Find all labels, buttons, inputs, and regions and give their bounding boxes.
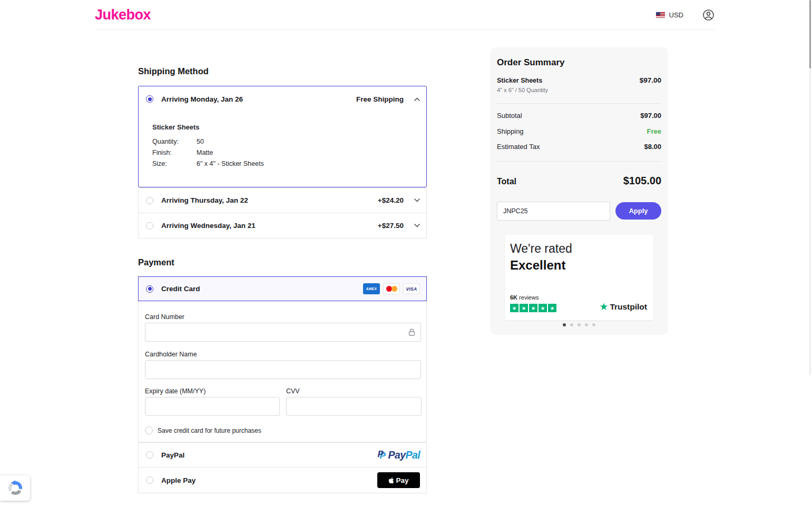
expiry-input[interactable]	[145, 397, 280, 416]
shipping-date-label: Arriving Monday, Jan 26	[161, 95, 243, 103]
mastercard-icon	[383, 283, 400, 294]
credit-card-form: Card Number Cardholder Name Expiry date …	[138, 301, 427, 442]
summary-item-price: $97.00	[640, 76, 661, 84]
recaptcha-badge[interactable]	[0, 475, 30, 501]
credit-card-label: Credit Card	[161, 285, 200, 293]
card-number-label: Card Number	[145, 313, 184, 321]
shipping-option-1-header[interactable]: Arriving Monday, Jan 26 Free Shipping	[139, 86, 426, 112]
summary-row-subtotal: Subtotal $97.00	[497, 112, 661, 120]
cvv-label: CVV	[286, 387, 300, 395]
apple-pay-radio[interactable]	[146, 476, 153, 484]
summary-item-row: Sticker Sheets $97.00	[497, 76, 661, 84]
shipping-date-label: Arriving Thursday, Jan 22	[161, 196, 248, 204]
paypal-icon: P P	[378, 449, 387, 461]
summary-row-label: Shipping	[497, 127, 524, 135]
detail-label: Quantity:	[152, 136, 197, 147]
shipping-price-label: +$24.20	[378, 196, 404, 204]
amex-icon: AMEX	[363, 283, 380, 294]
cvv-input[interactable]	[286, 397, 422, 416]
shipping-option-2-header[interactable]: Arriving Thursday, Jan 22 +$24.20	[139, 188, 426, 213]
carousel-dot[interactable]	[592, 323, 595, 326]
carousel-dot[interactable]	[578, 323, 581, 326]
expiry-label: Expiry date (MM/YY)	[145, 387, 206, 395]
detail-row: Quantity: 50	[152, 136, 426, 147]
shipping-date-label: Arriving Wednesday, Jan 21	[161, 222, 256, 230]
carousel-dots	[490, 323, 668, 326]
shipping-option-3: Arriving Wednesday, Jan 21 +$27.50	[138, 213, 427, 238]
shipping-option-details: Sticker Sheets Quantity: 50 Finish: Matt…	[139, 112, 426, 170]
card-number-input[interactable]	[145, 323, 421, 342]
summary-item-desc: 4" x 6" / 50 Quantity	[497, 87, 548, 93]
summary-total-row: Total $105.00	[497, 175, 661, 187]
paypal-radio[interactable]	[146, 451, 153, 459]
product-name: Sticker Sheets	[152, 123, 426, 131]
summary-row-label: Subtotal	[497, 112, 522, 120]
detail-label: Size:	[152, 158, 197, 170]
payment-title: Payment	[138, 257, 174, 267]
summary-item-name: Sticker Sheets	[497, 77, 542, 84]
summary-total-value: $105.00	[623, 175, 661, 187]
brand-logo[interactable]: Jukebox	[95, 7, 151, 23]
paypal-logo: P P PayPal	[378, 449, 420, 461]
shipping-price-label: +$27.50	[378, 222, 404, 230]
currency-selector[interactable]: USD	[656, 11, 683, 19]
summary-row-value: $8.00	[644, 143, 661, 151]
payment-option-apple-pay[interactable]: Apple Pay Pay	[138, 467, 427, 493]
star-icon: ★	[520, 304, 528, 312]
cardholder-name-label: Cardholder Name	[145, 351, 197, 358]
star-icon: ★	[548, 304, 556, 312]
shipping-method-title: Shipping Method	[138, 66, 209, 76]
scrollbar-thumb[interactable]	[809, 0, 811, 68]
recaptcha-icon	[7, 480, 24, 496]
save-card-label: Save credit card for future purchases	[158, 427, 261, 434]
order-summary-title: Order Summary	[497, 57, 565, 68]
trustpilot-excellent-text: Excellent	[510, 258, 565, 273]
shipping-option-3-header[interactable]: Arriving Wednesday, Jan 21 +$27.50	[139, 213, 426, 238]
apply-button[interactable]: Apply	[615, 202, 661, 220]
shipping-option-1-radio[interactable]	[146, 95, 153, 103]
visa-icon: VISA	[403, 283, 420, 294]
shipping-option-2: Arriving Thursday, Jan 22 +$24.20	[138, 187, 427, 213]
paypal-label: PayPal	[161, 451, 184, 459]
credit-card-radio[interactable]	[146, 285, 153, 293]
apple-icon	[388, 477, 394, 484]
detail-value: 6" x 4" - Sticker Sheets	[197, 158, 264, 170]
detail-row: Size: 6" x 4" - Sticker Sheets	[152, 158, 426, 170]
shipping-option-3-radio[interactable]	[146, 222, 153, 230]
summary-row-shipping: Shipping Free	[497, 127, 661, 135]
trustpilot-reviews: 6K reviews	[510, 294, 539, 301]
detail-value: 50	[197, 136, 204, 147]
lock-icon	[408, 329, 415, 336]
header-right: USD	[656, 9, 715, 21]
promo-code-input[interactable]	[497, 202, 610, 221]
summary-row-value: Free	[647, 127, 661, 135]
payment-option-credit-card[interactable]: Credit Card AMEX VISA	[138, 276, 427, 301]
carousel-dot[interactable]	[570, 323, 573, 326]
trustpilot-star-icon: ★	[599, 302, 608, 312]
payment-option-paypal[interactable]: PayPal P P PayPal	[138, 442, 427, 468]
detail-label: Finish:	[152, 147, 197, 158]
divider	[497, 161, 661, 162]
carousel-dot[interactable]	[563, 323, 566, 326]
detail-row: Finish: Matte	[152, 147, 426, 158]
apple-pay-button[interactable]: Pay	[377, 472, 420, 488]
chevron-down-icon[interactable]	[414, 198, 420, 202]
summary-row-label: Estimated Tax	[497, 143, 540, 151]
order-summary: Order Summary Sticker Sheets $97.00 4" x…	[490, 47, 668, 335]
trustpilot-widget[interactable]: We're rated Excellent 6K reviews ★ ★ ★ ★…	[505, 235, 653, 320]
star-icon: ★	[529, 304, 537, 312]
divider	[497, 103, 661, 104]
cardholder-name-input[interactable]	[145, 360, 421, 379]
trustpilot-rated-text: We're rated	[510, 242, 572, 256]
trustpilot-logo: ★ Trustpilot	[599, 302, 647, 312]
save-card-option[interactable]: Save credit card for future purchases	[145, 426, 261, 434]
chevron-up-icon[interactable]	[414, 97, 420, 101]
apple-pay-label: Apple Pay	[161, 476, 195, 484]
account-button[interactable]	[702, 9, 715, 21]
shipping-option-2-radio[interactable]	[146, 197, 153, 204]
save-card-radio[interactable]	[145, 426, 153, 434]
shipping-option-selected: Arriving Monday, Jan 26 Free Shipping St…	[138, 86, 427, 187]
chevron-down-icon[interactable]	[414, 224, 420, 227]
carousel-dot[interactable]	[585, 323, 588, 326]
header: Jukebox USD	[95, 0, 715, 30]
